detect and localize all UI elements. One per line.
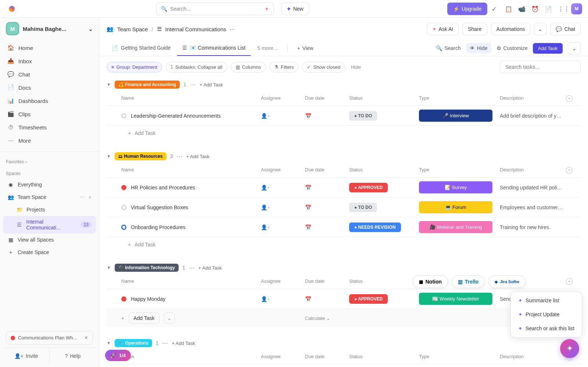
task-row[interactable]: Onboarding Procedures 👤+ 📅 ● NEEDS REVIS… — [107, 217, 581, 237]
more-icon[interactable]: ⋯ — [190, 81, 196, 88]
user-avatar[interactable]: M — [571, 3, 582, 14]
ai-summarize[interactable]: ✦Summarize list — [513, 294, 580, 307]
type-pill[interactable]: 🎥 Webinar and Training — [419, 221, 492, 233]
search-tasks-input[interactable] — [500, 61, 581, 73]
tab-communications-list[interactable]: ☰📧 Communications List — [177, 40, 251, 56]
help-button[interactable]: ? Help — [49, 348, 96, 364]
ai-search[interactable]: ✦Search or ask this list — [513, 322, 580, 335]
status-dot-icon[interactable] — [121, 113, 126, 118]
sidebar-everything[interactable]: ◉ Everything — [3, 178, 96, 191]
type-pill[interactable]: 📰 Weekly Newsletter — [419, 293, 492, 305]
assignee-icon[interactable]: 👤+ — [261, 224, 270, 230]
plus-icon[interactable]: + — [89, 194, 92, 200]
calendar-icon[interactable]: 📅 — [305, 204, 311, 210]
onboarding-progress[interactable]: 🚀 1/4 — [105, 350, 131, 361]
collapse-icon[interactable]: ▼ — [107, 265, 111, 270]
more-icon[interactable]: ⋯ — [176, 153, 182, 160]
sidebar-create-space[interactable]: + Create Space — [3, 246, 96, 259]
nav-more[interactable]: ⋯More — [3, 134, 96, 147]
calendar-icon[interactable]: 📅 — [305, 224, 311, 230]
nav-chat[interactable]: 💬Chat — [3, 68, 96, 81]
group-add-task[interactable]: + Add Task — [172, 341, 195, 346]
sidebar-team-space[interactable]: 👥 Team Space ⋯ + — [3, 191, 96, 203]
ai-fab[interactable]: ✦ — [560, 339, 579, 358]
hide-label[interactable]: Hide — [351, 64, 361, 70]
calendar-icon[interactable]: 📅 — [305, 296, 311, 302]
automations-dropdown[interactable]: ⌄ — [534, 23, 546, 35]
notion-chip[interactable]: ◼Notion — [413, 275, 448, 288]
video-icon[interactable]: 📹 — [518, 6, 525, 12]
invite-button[interactable]: 👤+ Invite — [3, 348, 49, 364]
more-icon[interactable]: ⋯ — [162, 340, 168, 347]
alarm-icon[interactable]: ⏰ — [531, 6, 538, 12]
add-column-icon[interactable]: + — [566, 278, 573, 285]
assignee-icon[interactable]: 👤+ — [261, 113, 270, 119]
chat-button[interactable]: 💬Chat — [550, 23, 581, 35]
description-cell[interactable]: Employees and customers of a — [500, 204, 566, 210]
department-pill[interactable]: 🔧 Operations — [115, 339, 152, 347]
global-search[interactable]: 🔍 Search... ✦ — [156, 3, 274, 15]
jira-chip[interactable]: ◆Jira Softw — [488, 275, 526, 288]
close-icon[interactable]: ✕ — [84, 335, 88, 341]
check-icon[interactable]: ✓ — [492, 6, 498, 12]
subtasks-chip[interactable]: ⤵Subtasks: Collapse all — [166, 62, 227, 72]
status-pill[interactable]: ● APPROVED — [349, 183, 388, 192]
status-pill[interactable]: ● TO DO — [349, 111, 377, 121]
apps-icon[interactable]: ⋮⋮⋮ — [558, 6, 564, 12]
clipboard-icon[interactable]: 📋 — [505, 6, 512, 12]
ask-ai-button[interactable]: ✦Ask AI — [427, 23, 459, 35]
group-chip[interactable]: ≡Group: Department — [107, 62, 162, 72]
assignee-icon[interactable]: 👤+ — [261, 296, 270, 302]
sidebar-internal-communications[interactable]: ☰ Internal Communicati... 13 — [3, 216, 96, 234]
add-task-row[interactable]: +Add Task — [107, 237, 581, 252]
task-row[interactable]: Happy Monday 👤+ 📅 ● APPROVED 📰 Weekly Ne… — [107, 289, 581, 309]
department-pill[interactable]: 💰 Finance and Accounting — [115, 81, 180, 89]
department-pill[interactable]: 🔌 Information Technology — [115, 264, 179, 272]
plan-chip[interactable]: Communications Plan Wh... ✕ — [6, 331, 93, 345]
task-row[interactable]: Leadership-Generated Announcements 👤+ 📅 … — [107, 106, 581, 126]
description-cell[interactable]: Sending updated HR policies and — [500, 185, 566, 190]
favorites-section[interactable]: Favorites › — [0, 155, 99, 167]
status-dot-icon[interactable] — [121, 225, 126, 230]
upgrade-button[interactable]: ⚡ Upgrade — [447, 3, 487, 15]
status-dot-icon[interactable] — [121, 296, 126, 302]
add-column-icon[interactable]: + — [566, 95, 573, 102]
calendar-icon[interactable]: 📅 — [305, 113, 311, 119]
type-pill[interactable]: 💻 Forum — [419, 201, 492, 213]
tab-getting-started[interactable]: 📄Getting Started Guide — [107, 40, 176, 56]
add-task-row[interactable]: +Add Task — [107, 126, 581, 140]
share-button[interactable]: Share — [462, 23, 487, 35]
ai-sparkle-icon[interactable]: ✦ — [265, 6, 269, 12]
more-icon[interactable]: ⋯ — [80, 194, 85, 200]
status-dot-icon[interactable] — [121, 185, 126, 190]
more-icon[interactable]: ⋯ — [189, 264, 195, 271]
more-icon[interactable]: ⋯ — [230, 26, 235, 32]
nav-dash[interactable]: 📊Dashboards — [3, 94, 96, 107]
description-cell[interactable]: Add brief description of your inte — [500, 113, 566, 119]
department-pill[interactable]: 🗂 Human Resources — [115, 152, 166, 160]
group-add-task[interactable]: + Add Task — [200, 82, 223, 88]
nav-time[interactable]: ⏱Timesheets — [3, 121, 96, 134]
status-pill[interactable]: ● APPROVED — [349, 294, 388, 304]
show-closed-chip[interactable]: ✓Show closed — [302, 62, 345, 72]
trello-chip[interactable]: ▥Trello — [452, 275, 485, 288]
dropdown-icon[interactable]: ⌄ — [164, 313, 175, 324]
breadcrumb-list[interactable]: Internal Communications — [165, 26, 226, 32]
type-pill[interactable]: 🎤 Interview — [419, 110, 492, 122]
search-action[interactable]: 🔍Search — [436, 45, 460, 51]
task-row[interactable]: Virtual Suggestion Boxes 👤+ 📅 ● TO DO 💻 … — [107, 197, 581, 217]
task-row[interactable]: HR Policies and Procedures 👤+ 📅 ● APPROV… — [107, 178, 581, 197]
app-logo[interactable] — [6, 3, 18, 15]
description-cell[interactable]: Training for new hires. — [500, 224, 566, 230]
add-task-button[interactable]: Add Task — [533, 43, 563, 54]
add-column-icon[interactable]: + — [566, 167, 573, 174]
nav-inbox[interactable]: 📥Inbox — [3, 54, 96, 68]
collapse-icon[interactable]: ▼ — [107, 82, 111, 87]
group-add-task[interactable]: + Add Task — [186, 154, 209, 159]
sidebar-view-all-spaces[interactable]: ▦ View all Spaces — [3, 234, 96, 246]
new-button[interactable]: ✦ New — [281, 3, 309, 15]
status-dot-icon[interactable] — [121, 205, 126, 210]
nav-home[interactable]: 🏠Home — [3, 41, 96, 54]
assignee-icon[interactable]: 👤+ — [261, 185, 270, 190]
filters-chip[interactable]: ⚗Filters — [269, 62, 298, 72]
